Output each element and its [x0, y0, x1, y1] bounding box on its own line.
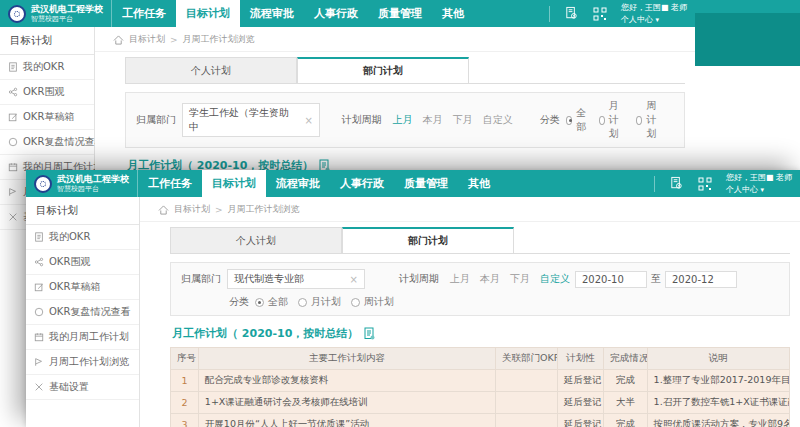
calendar-icon	[34, 332, 44, 342]
filter-panel: 归属部门 学生工作处（学生资助中 × 计划周期 上月 本月 下月 自定义	[125, 92, 685, 148]
report-doc-icon[interactable]	[669, 176, 684, 191]
personal-center-link[interactable]: 个人中心	[621, 15, 653, 24]
clear-icon[interactable]: ×	[305, 115, 313, 126]
nav-process-approval[interactable]: 流程审批	[266, 170, 330, 197]
nav-quality[interactable]: 质量管理	[394, 170, 458, 197]
school-logo-icon	[34, 175, 52, 193]
sidebar-item-my-okr[interactable]: 我的OKR	[0, 55, 94, 80]
category-all-radio[interactable]: 全部	[566, 106, 589, 134]
period-last-month[interactable]: 上月	[450, 272, 470, 286]
app-logo[interactable]: 武汉机电工程学校 智慧校园平台	[0, 0, 112, 27]
nav-hr-admin[interactable]: 人事行政	[304, 0, 368, 27]
tools-icon	[34, 382, 44, 392]
qrcode-icon[interactable]	[698, 177, 712, 191]
school-logo-icon	[8, 5, 26, 23]
sidebar-item-my-plans[interactable]: 我的月周工作计划	[26, 325, 139, 350]
doc-icon	[8, 62, 18, 72]
period-next-month[interactable]: 下月	[453, 113, 473, 127]
category-week-radio[interactable]: 周计划	[636, 99, 664, 141]
nav-quality[interactable]: 质量管理	[368, 0, 432, 27]
category-month-radio[interactable]: 月计划	[599, 99, 627, 141]
tools-icon	[8, 212, 18, 222]
clear-icon[interactable]: ×	[350, 274, 358, 285]
sidebar-title: 目标计划	[26, 197, 139, 225]
edit-icon	[34, 282, 44, 292]
report-doc-icon[interactable]	[564, 6, 579, 21]
nav-goal-plan[interactable]: 目标计划	[202, 170, 266, 197]
month-plan-table: 序号 主要工作计划内容 关联部门OKR 计划性 完成情况 说明 1	[170, 347, 790, 427]
sidebar-item-my-okr[interactable]: 我的OKR	[26, 225, 139, 250]
greeting-text: 您好，王国■ 老师	[621, 2, 687, 14]
nav-hr-admin[interactable]: 人事行政	[330, 170, 394, 197]
nav-work-tasks[interactable]: 工作任务	[138, 170, 202, 197]
sidebar-item-plan-browse[interactable]: 月周工作计划浏览	[26, 350, 139, 375]
nav-process-approval[interactable]: 流程审批	[240, 0, 304, 27]
nav-other[interactable]: 其他	[458, 170, 500, 197]
main-nav: 工作任务 目标计划 流程审批 人事行政 质量管理 其他	[112, 0, 474, 27]
user-menu[interactable]: 您好，王国■ 老师 个人中心 ▾	[726, 172, 792, 196]
sidebar-item-okr-watch[interactable]: OKR围观	[26, 250, 139, 275]
period-this-month[interactable]: 本月	[423, 113, 443, 127]
tab-department-plan[interactable]: 部门计划	[297, 57, 469, 83]
period-custom[interactable]: 自定义	[483, 113, 513, 127]
personal-center-link[interactable]: 个人中心	[726, 185, 758, 194]
clock-icon	[34, 307, 44, 317]
table-row[interactable]: 1 配合完成专业部诊改复核资料 延后登记 完成 1.整理了专业部2017-201…	[171, 370, 790, 392]
doc-badge-icon[interactable]	[363, 327, 375, 340]
tab-department-plan[interactable]: 部门计划	[342, 227, 514, 253]
sidebar-item-okr-review[interactable]: OKR复盘情况查看	[26, 300, 139, 325]
table-row[interactable]: 2 1+X课证融通研讨会及考核师在线培训 延后登记 大半 1.召开了数控车铣1+…	[171, 392, 790, 414]
top-navbar: 武汉机电工程学校 智慧校园平台 工作任务 目标计划 流程审批 人事行政 质量管理…	[0, 0, 695, 27]
plan-tabs: 个人计划 部门计划	[170, 227, 790, 254]
app-logo[interactable]: 武汉机电工程学校 智慧校园平台	[26, 170, 138, 197]
home-icon[interactable]	[158, 205, 169, 215]
dept-filter-label: 归属部门	[136, 113, 176, 127]
sidebar-item-okr-drafts[interactable]: OKR草稿箱	[26, 275, 139, 300]
dept-filter-label: 归属部门	[181, 272, 221, 286]
category-month-radio[interactable]: 月计划	[298, 295, 341, 309]
user-menu[interactable]: 您好，王国■ 老师 个人中心 ▾	[621, 2, 687, 26]
chevron-down-icon: ▾	[655, 16, 659, 24]
filter-panel: 归属部门 现代制造专业部 × 计划周期 上月 本月 下月 自定义 2020-1	[170, 262, 790, 316]
sidebar-item-okr-drafts[interactable]: OKR草稿箱	[0, 105, 94, 130]
tab-personal-plan[interactable]: 个人计划	[125, 57, 297, 83]
sidebar-item-okr-watch[interactable]: OKR围观	[0, 80, 94, 105]
dept-filter-input[interactable]: 现代制造专业部 ×	[227, 269, 365, 289]
sidebar-title: 目标计划	[0, 27, 94, 55]
background-window-corner	[693, 13, 800, 66]
breadcrumb-root[interactable]: 目标计划	[174, 203, 210, 216]
breadcrumb: 目标计划 > 月周工作计划浏览	[140, 197, 800, 222]
nav-work-tasks[interactable]: 工作任务	[112, 0, 176, 27]
share-icon	[34, 257, 44, 267]
period-last-month[interactable]: 上月	[393, 113, 413, 127]
nav-other[interactable]: 其他	[432, 0, 474, 27]
tab-personal-plan[interactable]: 个人计划	[170, 227, 342, 253]
browse-icon	[34, 357, 44, 367]
sidebar-item-settings[interactable]: 基础设置	[26, 375, 139, 400]
sidebar-item-okr-review[interactable]: OKR复盘情况查看	[0, 130, 94, 155]
dept-filter-input[interactable]: 学生工作处（学生资助中 ×	[182, 103, 320, 137]
breadcrumb-root[interactable]: 目标计划	[129, 33, 165, 46]
table-row[interactable]: 3 开展10月份“人人上好一节优质课”活动 延后登记 完成 按照优质课活动方案，…	[171, 414, 790, 427]
category-filter-label: 分类	[229, 295, 249, 309]
browse-icon	[8, 187, 18, 197]
date-range-join: 至	[651, 272, 661, 286]
screen: 武汉机电工程学校 智慧校园平台 工作任务 目标计划 流程审批 人事行政 质量管理…	[0, 0, 800, 427]
school-name: 武汉机电工程学校	[31, 4, 103, 14]
qrcode-icon[interactable]	[593, 7, 607, 21]
clock-icon	[8, 137, 18, 147]
nav-goal-plan[interactable]: 目标计划	[176, 0, 240, 27]
category-week-radio[interactable]: 周计划	[351, 295, 394, 309]
period-next-month[interactable]: 下月	[510, 272, 530, 286]
date-from-input[interactable]: 2020-10	[575, 271, 647, 288]
home-icon[interactable]	[113, 35, 124, 45]
period-this-month[interactable]: 本月	[480, 272, 500, 286]
greeting-text: 您好，王国■ 老师	[726, 172, 792, 184]
breadcrumb-current: 月周工作计划浏览	[183, 33, 255, 46]
category-all-radio[interactable]: 全部	[255, 295, 288, 309]
date-to-input[interactable]: 2020-12	[665, 271, 737, 288]
period-custom[interactable]: 自定义	[540, 272, 570, 286]
doc-icon	[34, 232, 44, 242]
plan-tabs: 个人计划 部门计划	[125, 57, 685, 84]
header-divider	[654, 176, 655, 192]
